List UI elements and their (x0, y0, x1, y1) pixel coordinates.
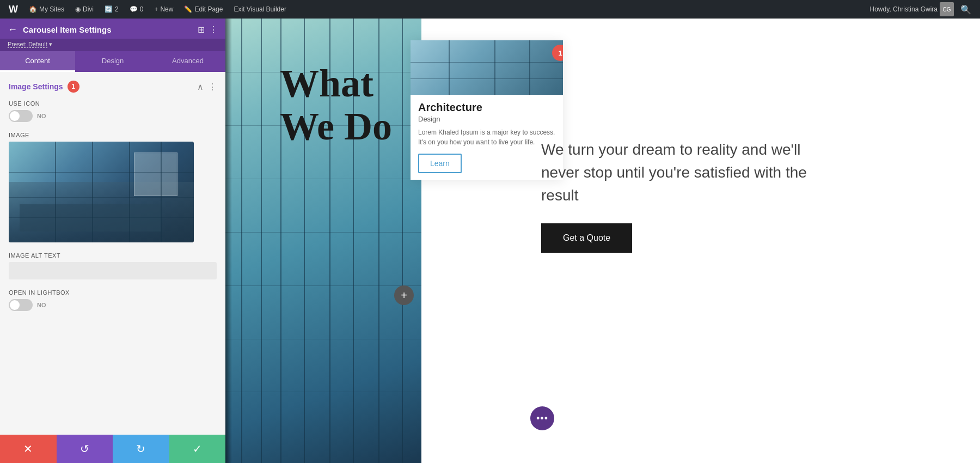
divi-label: Divi (83, 5, 94, 13)
carousel-card: 1 Architecture Design Lorem Khaled Ipsum… (411, 40, 563, 180)
tab-content[interactable]: Content (0, 51, 75, 72)
search-icon[interactable]: 🔍 (956, 4, 976, 15)
main-content: What We Do 1 Architecture Design L (225, 19, 980, 463)
sidebar-header-actions: ⊞ ⋮ (198, 25, 218, 35)
more-options-icon[interactable]: ⋮ (209, 25, 218, 35)
comment-count: 2 (115, 5, 119, 13)
wp-logo-item[interactable]: W (4, 0, 22, 19)
use-icon-field: Use Icon NO (9, 100, 217, 122)
lightbox-toggle-thumb (10, 300, 20, 310)
new-item[interactable]: + New (150, 0, 177, 19)
edit-page-label: Edit Page (194, 5, 223, 13)
preset-selector[interactable]: Preset: Default ▾ (0, 39, 225, 51)
edit-comment-count: 0 (140, 5, 144, 13)
expand-icon[interactable]: ⊞ (198, 25, 205, 35)
horiz-line-3 (225, 179, 421, 179)
save-icon: ✓ (193, 442, 202, 455)
cancel-button[interactable]: ✕ (0, 435, 57, 463)
image-preview-inner (9, 142, 194, 242)
learn-button[interactable]: Learn (418, 154, 462, 173)
use-icon-toggle-label: NO (37, 113, 46, 119)
tab-content-label: Content (25, 57, 50, 65)
wp-icon: W (9, 4, 18, 15)
exit-builder-item[interactable]: Exit Visual Builder (229, 0, 291, 19)
new-label: New (160, 5, 173, 13)
tagline-text: We turn your dream to reality and we'll … (541, 138, 813, 207)
comment-icon: 💬 (130, 5, 138, 13)
edit-page-item[interactable]: ✏️ Edit Page (180, 0, 227, 19)
sidebar-header: ← Carousel Item Settings ⊞ ⋮ (0, 19, 225, 39)
right-content: We turn your dream to reality and we'll … (541, 138, 958, 253)
save-button[interactable]: ✓ (169, 435, 226, 463)
carousel-card-body: Architecture Design Lorem Khaled Ipsum i… (411, 95, 563, 180)
image-field-label: Image (9, 132, 217, 138)
exit-label: Exit Visual Builder (234, 5, 286, 13)
carousel-card-subtitle: Design (418, 115, 555, 123)
horiz-line-7 (225, 392, 421, 392)
admin-bar: W 🏠 My Sites ◉ Divi 🔄 2 💬 0 + New ✏️ Edi… (0, 0, 980, 19)
use-icon-toggle-wrapper: NO (9, 110, 217, 122)
carousel-card-text: Lorem Khaled Ipsum is a major key to suc… (418, 127, 555, 147)
admin-bar-right: Howdy, Christina Gwira CG 🔍 (870, 2, 976, 16)
image-alt-field: Image alt text (9, 252, 217, 279)
toggle-thumb (10, 111, 20, 121)
undo-icon: ↺ (80, 442, 89, 455)
image-alt-label: Image alt text (9, 252, 217, 259)
horiz-line-4 (225, 232, 421, 233)
image-preview[interactable] (9, 142, 194, 242)
lightbox-field: Open in lightbox NO (9, 289, 217, 311)
redo-button[interactable]: ↻ (113, 435, 169, 463)
section-actions: ∧ ⋮ (197, 82, 217, 92)
lightbox-label: Open in lightbox (9, 289, 217, 296)
image-alt-input[interactable] (9, 262, 217, 279)
tab-advanced-label: Advanced (172, 57, 204, 65)
image-field: Image (9, 132, 217, 242)
comment-item[interactable]: 🔄 2 (100, 0, 123, 19)
tab-design[interactable]: Design (75, 51, 150, 72)
divi-icon: ◉ (75, 5, 81, 13)
add-content-button[interactable]: + (394, 285, 414, 305)
preset-label: Preset: Default (8, 41, 47, 48)
undo-button[interactable]: ↺ (57, 435, 113, 463)
my-sites-label: My Sites (39, 5, 64, 13)
plus-icon: + (154, 5, 158, 13)
image-settings-label: Image Settings (9, 82, 63, 91)
collapse-icon[interactable]: ∧ (197, 82, 204, 92)
home-icon: 🏠 (29, 5, 37, 13)
building-line-2 (261, 19, 262, 463)
section-more-icon[interactable]: ⋮ (208, 82, 217, 92)
use-icon-toggle[interactable] (9, 110, 33, 122)
sidebar-title: Carousel Item Settings (23, 25, 192, 34)
image-settings-badge: 1 (68, 81, 79, 93)
lightbox-toggle[interactable] (9, 299, 33, 311)
edit-comment-item[interactable]: 💬 0 (125, 0, 148, 19)
divi-item[interactable]: ◉ Divi (71, 0, 98, 19)
plus-icon: + (401, 289, 407, 302)
back-button[interactable]: ← (8, 24, 17, 35)
sidebar-footer: ✕ ↺ ↻ ✓ (0, 435, 225, 463)
edge-shadow (225, 19, 232, 463)
horiz-line-6 (225, 339, 421, 339)
get-quote-button[interactable]: Get a Quote (541, 223, 632, 253)
my-sites-item[interactable]: 🏠 My Sites (24, 0, 69, 19)
lightbox-toggle-wrapper: NO (9, 299, 217, 311)
horiz-line-5 (225, 285, 421, 286)
howdy-text: Howdy, Christina Gwira (870, 5, 938, 13)
building-line-1 (241, 19, 242, 463)
lightbox-toggle-label: NO (37, 302, 46, 308)
bottom-spacer (9, 321, 217, 337)
tab-advanced[interactable]: Advanced (150, 51, 225, 72)
sidebar-tabs: Content Design Advanced (0, 51, 225, 72)
cancel-icon: ✕ (23, 442, 33, 455)
tab-design-label: Design (102, 57, 124, 65)
pencil-icon: ✏️ (184, 5, 192, 13)
user-avatar[interactable]: CG (940, 2, 954, 16)
carousel-card-image: 1 (411, 40, 563, 95)
carousel-card-title: Architecture (418, 101, 555, 114)
use-icon-label: Use Icon (9, 100, 217, 107)
refresh-icon: 🔄 (105, 5, 113, 13)
carousel-image-inner (411, 40, 563, 95)
image-settings-section-header: Image Settings 1 ∧ ⋮ (9, 81, 217, 93)
floating-dot-menu[interactable]: ••• (530, 406, 554, 430)
sidebar-panel: ← Carousel Item Settings ⊞ ⋮ Preset: Def… (0, 19, 225, 463)
